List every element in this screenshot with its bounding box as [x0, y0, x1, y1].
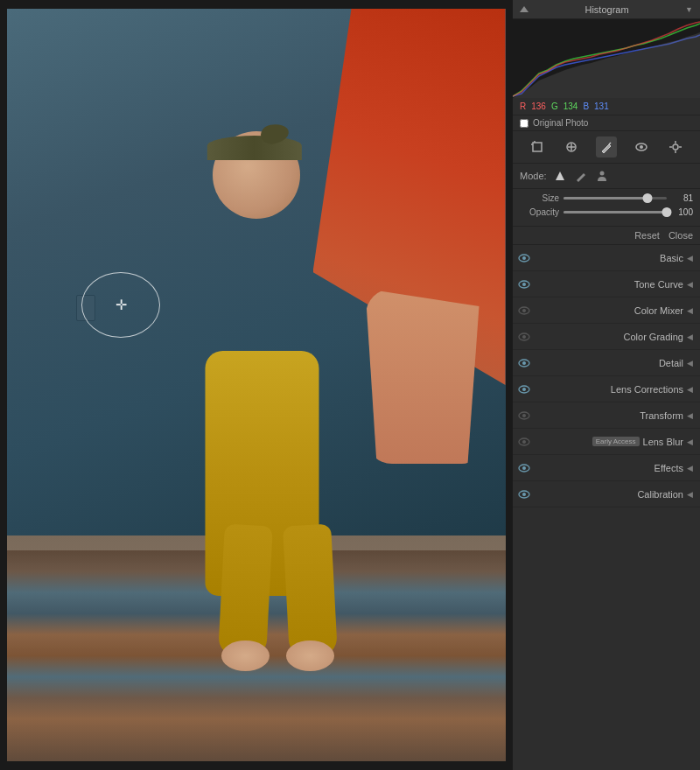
- size-slider-row: Size 81: [520, 193, 693, 203]
- r-label: R: [520, 102, 526, 111]
- selection-plus-icon: ✛: [116, 298, 127, 312]
- panel-item-lens-blur[interactable]: Early AccessLens Blur◀: [513, 429, 700, 455]
- eye-icon-effects[interactable]: [518, 462, 530, 474]
- svg-point-23: [522, 309, 526, 312]
- size-label: Size: [520, 193, 559, 203]
- panel-item-color-mixer[interactable]: Color Mixer◀: [513, 298, 700, 324]
- eye-icon-color-grading[interactable]: [518, 331, 530, 343]
- baby-right-foot: [286, 640, 334, 671]
- brush-tool-icon[interactable]: [596, 136, 617, 158]
- svg-point-29: [522, 388, 526, 391]
- right-panel: Histogram ▼ R 136 G 134 B 131 Original P…: [512, 0, 700, 770]
- panel-label-lens-blur: Lens Blur: [643, 437, 683, 447]
- histogram-scroll-up[interactable]: [520, 6, 528, 12]
- arrow-icon-calibration: ◀: [687, 490, 693, 499]
- svg-point-31: [522, 414, 526, 417]
- original-photo-checkbox[interactable]: [520, 119, 528, 128]
- baby-right-leg: [283, 523, 338, 657]
- original-photo-row[interactable]: Original Photo: [513, 116, 700, 131]
- close-button[interactable]: Close: [668, 230, 693, 241]
- opacity-thumb[interactable]: [662, 207, 672, 217]
- original-photo-label: Original Photo: [533, 118, 588, 128]
- histogram-arrow: ▼: [685, 5, 693, 14]
- opacity-track[interactable]: [564, 211, 667, 214]
- svg-rect-2: [533, 143, 542, 151]
- svg-point-21: [522, 283, 526, 286]
- baby-left-leg: [218, 523, 273, 657]
- panel-label-color-mixer: Color Mixer: [634, 305, 683, 316]
- svg-point-33: [522, 440, 526, 444]
- panel-label-basic: Basic: [660, 253, 683, 263]
- svg-marker-16: [556, 172, 564, 180]
- settings-tool-icon[interactable]: [665, 136, 686, 158]
- selection-circle: ✛: [81, 272, 160, 338]
- baby-headband: [206, 136, 301, 160]
- eye-icon-color-mixer[interactable]: [518, 304, 530, 317]
- opacity-fill: [564, 211, 667, 214]
- panel-item-effects[interactable]: Effects◀: [513, 455, 700, 481]
- eye-icon-basic[interactable]: [518, 252, 530, 264]
- eye-icon-lens-corrections[interactable]: [518, 383, 530, 396]
- sliders-area: Size 81 Opacity 100: [513, 189, 700, 227]
- panel-item-detail[interactable]: Detail◀: [513, 350, 700, 376]
- panel-label-color-grading: Color Grading: [624, 332, 683, 342]
- reset-button[interactable]: Reset: [634, 230, 660, 241]
- b-label: B: [583, 102, 589, 111]
- arrow-icon-detail: ◀: [687, 359, 693, 368]
- photo-canvas: ✛: [7, 9, 506, 761]
- arrow-icon-basic: ◀: [687, 254, 693, 262]
- panel-item-calibration[interactable]: Calibration◀: [513, 481, 700, 508]
- photo-background: ✛: [7, 9, 506, 761]
- panel-item-tone-curve[interactable]: Tone Curve◀: [513, 271, 700, 298]
- g-label: G: [551, 102, 558, 111]
- svg-point-27: [522, 361, 526, 365]
- size-thumb[interactable]: [642, 193, 652, 203]
- arrow-icon-effects: ◀: [687, 464, 693, 472]
- mode-label: Mode:: [520, 171, 547, 181]
- panel-label-transform: Transform: [640, 410, 683, 421]
- svg-point-11: [673, 144, 678, 150]
- arrow-icon-color-grading: ◀: [687, 332, 693, 341]
- arrow-icon-color-mixer: ◀: [687, 306, 693, 315]
- g-value: 134: [564, 102, 578, 111]
- tool-icons-row: [513, 131, 700, 164]
- eye-icon-lens-blur[interactable]: [518, 436, 530, 448]
- svg-point-25: [522, 335, 526, 339]
- panel-label-tone-curve: Tone Curve: [634, 279, 683, 290]
- histogram-svg: [513, 19, 700, 98]
- svg-point-35: [522, 466, 526, 470]
- svg-point-19: [522, 256, 526, 260]
- reset-close-row: Reset Close: [513, 227, 700, 245]
- person-mode-icon[interactable]: [594, 168, 610, 184]
- size-fill: [564, 197, 648, 200]
- size-track[interactable]: [564, 197, 667, 200]
- rgb-values-row: R 136 G 134 B 131: [513, 98, 700, 116]
- eye-icon-tone-curve[interactable]: [518, 278, 530, 290]
- r-value: 136: [531, 102, 546, 111]
- opacity-slider-row: Opacity 100: [520, 207, 693, 217]
- arrow-icon-lens-blur: ◀: [687, 438, 693, 446]
- redeye-tool-icon[interactable]: [631, 136, 652, 158]
- panel-item-lens-corrections[interactable]: Lens Corrections◀: [513, 376, 700, 402]
- mother-hand: [366, 289, 480, 464]
- eye-icon-detail[interactable]: [518, 357, 530, 369]
- arrow-icon-transform: ◀: [687, 411, 693, 420]
- panel-item-color-grading[interactable]: Color Grading◀: [513, 324, 700, 350]
- eye-icon-transform[interactable]: [518, 410, 530, 422]
- paint-mode-icon[interactable]: [552, 168, 568, 184]
- svg-line-8: [609, 143, 611, 144]
- panel-label-effects: Effects: [654, 463, 683, 473]
- brush-mode-icon[interactable]: [573, 168, 589, 184]
- svg-point-37: [522, 493, 526, 496]
- size-value: 81: [671, 193, 693, 203]
- panel-item-transform[interactable]: Transform◀: [513, 402, 700, 429]
- arrow-icon-lens-corrections: ◀: [687, 385, 693, 394]
- baby-left-foot: [221, 640, 270, 671]
- panel-label-detail: Detail: [659, 358, 683, 368]
- panel-item-basic[interactable]: Basic◀: [513, 245, 700, 271]
- svg-point-17: [599, 172, 604, 176]
- mode-row: Mode:: [513, 164, 700, 189]
- heal-tool-icon[interactable]: [561, 136, 582, 158]
- crop-tool-icon[interactable]: [527, 136, 548, 158]
- eye-icon-calibration[interactable]: [518, 488, 530, 500]
